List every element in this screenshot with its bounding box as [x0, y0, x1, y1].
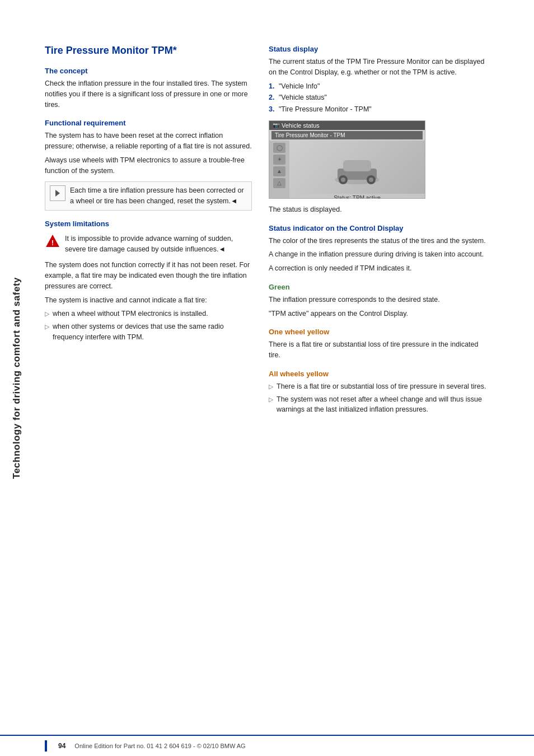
section-heading-status-display: Status display: [269, 45, 487, 53]
page-title: Tire Pressure Monitor TPM*: [45, 45, 252, 57]
bullet-triangle-icon: ▷: [269, 395, 273, 404]
functional-para-0: The system has to have been reset at the…: [45, 130, 252, 152]
all-wheels-yellow-bullet-list: ▷ There is a flat tire or substantial lo…: [269, 381, 487, 415]
after-screen-text: The status is displayed.: [269, 204, 487, 215]
warning-icon: !: [45, 234, 60, 249]
warning-text: It is impossible to provide advance warn…: [65, 234, 252, 255]
car-silhouette: [329, 155, 385, 188]
screen-titlebar: 📷 Vehicle status: [269, 121, 425, 130]
screen-inner-title: Tire Pressure Monitor - TPM: [275, 132, 345, 138]
section-heading-concept: The concept: [45, 67, 252, 75]
arrow-right-icon: [53, 189, 62, 198]
right-column: Status display The current status of the…: [269, 45, 487, 419]
screen-sidebar-icon-2: ☀: [273, 155, 285, 165]
svg-rect-5: [343, 160, 371, 171]
note-icon: [50, 185, 65, 201]
screen-sidebar-icon-1: ◯: [273, 143, 285, 153]
svg-marker-0: [55, 190, 60, 197]
list-item: ▷ when a wheel without TPM electronics i…: [45, 309, 252, 319]
functional-para-1: Always use wheels with TPM electronics t…: [45, 155, 252, 176]
section-heading-status-indicator: Status indicator on the Control Display: [269, 224, 487, 232]
section-heading-functional: Functional requirement: [45, 119, 252, 127]
page-number: 94: [58, 742, 65, 750]
limitations-para-0: The system does not function correctly i…: [45, 260, 252, 291]
bullet-triangle-icon: ▷: [45, 322, 49, 332]
sidebar-label: Technology for driving comfort and safet…: [11, 277, 22, 479]
list-item: 3. "Tire Pressure Monitor - TPM": [269, 104, 487, 115]
screen-sidebar-icon-3: ▲: [273, 166, 285, 176]
svg-text:!: !: [51, 239, 54, 247]
screen-image: 📷 Vehicle status Tire Pressure Monitor -…: [269, 120, 425, 199]
main-content: Tire Pressure Monitor TPM* The concept C…: [34, 0, 534, 756]
svg-point-9: [369, 178, 373, 182]
svg-point-8: [341, 178, 345, 182]
screen-body: ◯ ☀ ▲ △: [269, 141, 425, 199]
bullet-triangle-icon: ▷: [269, 382, 273, 391]
status-indicator-para-0: The color of the tires represents the st…: [269, 236, 487, 246]
screen-sidebar-icon-4: △: [273, 178, 285, 188]
list-item-text: "Vehicle Info": [279, 82, 320, 90]
list-item: 1. "Vehicle Info": [269, 81, 487, 92]
screen-status-text: Status: TPM active: [334, 195, 381, 199]
section-heading-all-wheels-yellow: All wheels yellow: [269, 370, 487, 378]
list-item-text: "Tire Pressure Monitor - TPM": [279, 105, 372, 113]
list-item: 2. "Vehicle status": [269, 92, 487, 103]
one-wheel-yellow-para: There is a flat tire or substantial loss…: [269, 339, 487, 361]
page-container: Technology for driving comfort and safet…: [0, 0, 534, 756]
limitations-bullet-list: ▷ when a wheel without TPM electronics i…: [45, 309, 252, 342]
screen-sidebar-icons: ◯ ☀ ▲ △: [269, 141, 289, 199]
left-column: Tire Pressure Monitor TPM* The concept C…: [45, 45, 252, 419]
footer: 94 Online Edition for Part no. 01 41 2 6…: [0, 735, 534, 756]
list-item-text: The system was not reset after a wheel c…: [277, 394, 487, 416]
bullet-triangle-icon: ▷: [45, 309, 49, 319]
status-indicator-para-2: A correction is only needed if TPM indic…: [269, 263, 487, 274]
screen-main-area: Status: TPM active: [289, 141, 425, 199]
green-para-1: "TPM active" appears on the Control Disp…: [269, 309, 487, 319]
list-item: ▷ when other systems or devices that use…: [45, 321, 252, 343]
car-display-area: [289, 141, 425, 199]
screen-icon: 📷: [273, 122, 279, 128]
warning-box: ! It is impossible to provide advance wa…: [45, 234, 252, 255]
limitations-para-1: The system is inactive and cannot indica…: [45, 295, 252, 306]
screen-inner-titlebar: Tire Pressure Monitor - TPM: [271, 131, 423, 139]
sidebar: Technology for driving comfort and safet…: [0, 0, 34, 756]
note-text: Each time a tire inflation pressure has …: [70, 185, 247, 207]
list-item-text: There is a flat tire or substantial loss…: [277, 381, 486, 392]
section-heading-green: Green: [269, 283, 487, 291]
footer-text: Online Edition for Part no. 01 41 2 604 …: [74, 743, 245, 749]
list-item-text: when other systems or devices that use t…: [53, 321, 252, 343]
list-item: ▷ The system was not reset after a wheel…: [269, 394, 487, 416]
section-heading-one-wheel-yellow: One wheel yellow: [269, 328, 487, 336]
list-item: ▷ There is a flat tire or substantial lo…: [269, 381, 487, 392]
footer-bar: [45, 740, 47, 752]
screen-status-bar: Status: TPM active: [289, 194, 425, 199]
status-display-para: The current status of the TPM Tire Press…: [269, 57, 487, 78]
concept-para-0: Check the inflation pressure in the four…: [45, 78, 252, 110]
screen-title: Vehicle status: [282, 122, 320, 129]
section-heading-limitations: System limitations: [45, 220, 252, 228]
status-indicator-para-1: A change in the inflation pressure durin…: [269, 249, 487, 260]
list-item-text: "Vehicle status": [279, 94, 327, 101]
numbered-list: 1. "Vehicle Info" 2. "Vehicle status" 3.…: [269, 81, 487, 115]
warning-triangle-icon: !: [45, 234, 60, 249]
note-box: Each time a tire inflation pressure has …: [45, 181, 252, 211]
green-para-0: The inflation pressure corresponds to th…: [269, 295, 487, 305]
list-item-text: when a wheel without TPM electronics is …: [53, 309, 208, 319]
two-column-layout: Tire Pressure Monitor TPM* The concept C…: [45, 45, 517, 419]
